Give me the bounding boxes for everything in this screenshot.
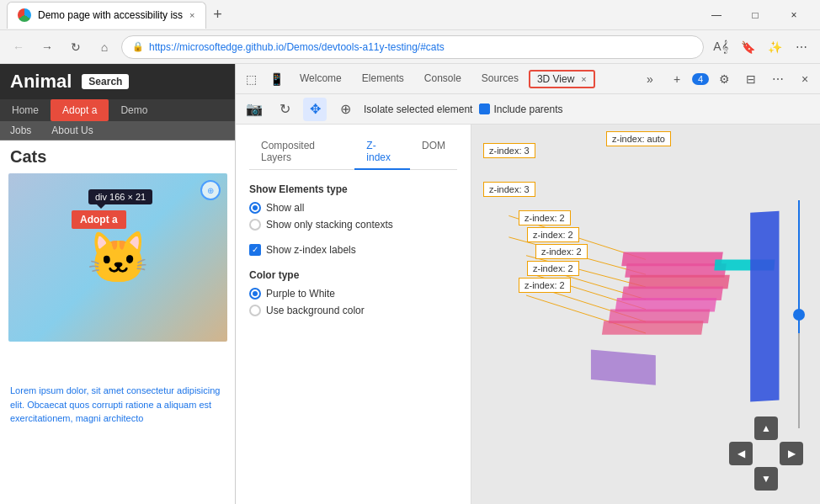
tab-favicon <box>18 8 31 22</box>
refresh-button[interactable]: ↻ <box>64 35 88 59</box>
address-url: https://microsoftedge.github.io/Demos/de… <box>149 41 445 53</box>
3dview-tab-close[interactable]: × <box>581 74 586 84</box>
subtab-dom[interactable]: DOM <box>410 135 457 170</box>
copilot-icon[interactable]: ✨ <box>763 35 786 59</box>
tab-console[interactable]: Console <box>414 64 471 94</box>
use-background-radio[interactable] <box>249 305 261 316</box>
show-zindex-checkbox[interactable] <box>249 244 261 256</box>
elements-type-title: Show Elements type <box>249 183 457 195</box>
arrow-empty-3 <box>729 467 753 491</box>
nav-adopt[interactable]: Adopt a <box>51 99 109 121</box>
tab-3dview[interactable]: 3D View × <box>529 70 595 88</box>
svg-rect-8 <box>625 263 727 278</box>
arrow-empty-1 <box>729 416 753 440</box>
z-label-4: z-index: 2 <box>535 244 588 259</box>
search-placeholder: Search <box>88 76 122 88</box>
z-label-0: z-index: 3 <box>483 143 535 158</box>
include-parents-checkbox[interactable]: Include parents <box>479 103 562 115</box>
tab-sources[interactable]: Sources <box>471 64 529 94</box>
issues-badge[interactable]: 4 <box>692 73 709 85</box>
3dview-toolbar: 📷 ↻ ✥ ⊕ Isolate selected element Include… <box>236 94 820 125</box>
new-tab-button[interactable]: + <box>206 3 230 27</box>
minimize-button[interactable]: — <box>697 0 736 30</box>
tab-elements[interactable]: Elements <box>352 64 414 94</box>
back-button[interactable]: ← <box>7 35 30 59</box>
search-box[interactable]: Search <box>82 74 129 89</box>
show-zindex-labels-option[interactable]: Show z-index labels <box>249 244 457 256</box>
show-stacking-option[interactable]: Show only stacking contexts <box>249 219 457 231</box>
svg-line-6 <box>526 295 646 333</box>
z-label-2: z-index: 2 <box>519 210 571 225</box>
inspect-icon[interactable]: ⬚ <box>239 67 263 91</box>
3d-view-area[interactable]: z-index: 3 z-index: auto z-index: 3 z-in… <box>471 125 820 504</box>
devtools-toolbar: ⬚ 📱 Welcome Elements Console Sources 3D … <box>236 64 820 94</box>
tab-close-btn[interactable]: × <box>189 10 194 20</box>
close-button[interactable]: × <box>775 0 813 30</box>
color-type-title: Color type <box>249 269 457 281</box>
more-icon[interactable]: ⋯ <box>790 35 813 59</box>
read-aloud-icon[interactable]: A𝄞 <box>709 35 732 59</box>
reset-icon[interactable]: ↻ <box>273 98 296 121</box>
dock-icon[interactable]: ⊟ <box>739 67 763 91</box>
include-parents-label: Include parents <box>493 103 562 115</box>
pan-icon[interactable]: ✥ <box>303 98 327 121</box>
forward-button[interactable]: → <box>35 35 59 59</box>
show-stacking-radio[interactable] <box>249 219 261 231</box>
close-devtools-icon[interactable]: × <box>793 67 817 91</box>
active-tab[interactable]: Demo page with accessibility iss × <box>7 2 206 29</box>
device-icon[interactable]: 📱 <box>264 67 288 91</box>
svg-rect-10 <box>621 286 723 300</box>
show-all-option[interactable]: Show all <box>249 202 457 214</box>
include-parents-cb[interactable] <box>479 103 490 114</box>
svg-rect-14 <box>714 259 775 270</box>
isolate-label: Isolate selected element <box>364 103 472 115</box>
window-controls: — □ × <box>697 0 813 30</box>
arrow-right[interactable]: ▶ <box>780 442 803 465</box>
3d-panel-body: Composited Layers Z-index DOM Show Eleme… <box>236 125 820 504</box>
orbit-icon[interactable]: ⊕ <box>333 98 357 121</box>
more-options-icon[interactable]: ⋯ <box>766 67 790 91</box>
purple-white-option[interactable]: Purple to White <box>249 288 457 300</box>
subtab-composited[interactable]: Composited Layers <box>249 135 354 170</box>
arrow-center <box>754 442 778 465</box>
nav-bar: ← → ↻ ⌂ 🔒 https://microsoftedge.github.i… <box>0 30 820 64</box>
nav-demo[interactable]: Demo <box>109 99 159 121</box>
purple-white-radio[interactable] <box>249 288 261 300</box>
slider-thumb[interactable] <box>793 309 805 321</box>
maximize-button[interactable]: □ <box>736 0 775 30</box>
favorites-icon[interactable]: 🔖 <box>736 35 759 59</box>
nav-home[interactable]: Home <box>0 99 51 121</box>
devtools-right-buttons: » + 4 ⚙ ⊟ ⋯ × <box>638 67 817 91</box>
home-button[interactable]: ⌂ <box>93 35 116 59</box>
show-all-radio[interactable] <box>249 202 261 214</box>
brand-name: Animal <box>10 71 72 93</box>
svg-rect-12 <box>609 310 711 324</box>
page-header: Animal Search <box>0 64 235 99</box>
tab-title: Demo page with accessibility iss <box>38 9 183 21</box>
sub-nav-jobs[interactable]: Jobs <box>0 121 41 140</box>
svg-rect-7 <box>621 252 723 267</box>
arrow-up[interactable]: ▲ <box>754 416 778 440</box>
cats-title: Cats <box>0 141 235 170</box>
svg-rect-15 <box>591 349 656 385</box>
color-type-options: Purple to White Use background color <box>249 288 457 316</box>
svg-rect-11 <box>615 298 717 312</box>
settings-icon[interactable]: ⚙ <box>712 67 736 91</box>
use-background-option[interactable]: Use background color <box>249 305 457 316</box>
arrow-left[interactable]: ◀ <box>729 442 753 465</box>
sub-nav-about[interactable]: About Us <box>41 121 103 140</box>
tab-welcome[interactable]: Welcome <box>290 64 352 94</box>
z-label-5: z-index: 2 <box>527 261 579 276</box>
screenshot-icon[interactable]: 📷 <box>242 98 266 121</box>
div-tooltip: div 166 × 21 <box>88 189 152 204</box>
subtab-zindex[interactable]: Z-index <box>354 135 410 170</box>
address-bar[interactable]: 🔒 https://microsoftedge.github.io/Demos/… <box>121 35 704 59</box>
more-tabs-icon[interactable]: » <box>638 67 662 91</box>
show-elements-options: Show all Show only stacking contexts <box>249 202 457 231</box>
page-body-text: Lorem ipsum dolor, sit amet consectetur … <box>0 379 235 431</box>
page-nav: Home Adopt a Demo <box>0 99 235 121</box>
arrow-down[interactable]: ▼ <box>754 467 778 491</box>
add-panel-icon[interactable]: + <box>665 67 689 91</box>
adopt-button[interactable]: Adopt a <box>72 210 126 229</box>
svg-rect-16 <box>750 211 779 402</box>
